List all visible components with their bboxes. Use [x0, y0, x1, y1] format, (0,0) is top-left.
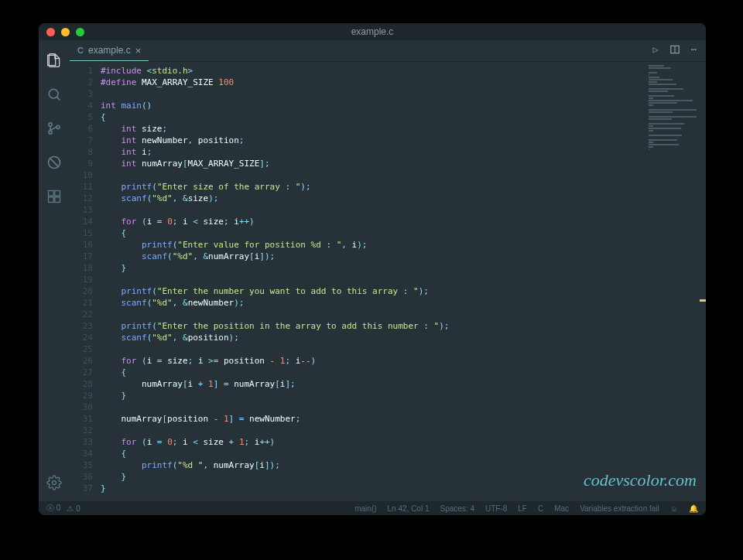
window-title: example.c	[351, 26, 394, 37]
editor-group: C example.c × ▷ ⋯ 1234567891011121314151…	[70, 40, 706, 501]
workbench: C example.c × ▷ ⋯ 1234567891011121314151…	[39, 40, 706, 501]
errors-count[interactable]: ⓧ 0	[46, 503, 60, 514]
tab-example-c[interactable]: C example.c ×	[70, 40, 149, 61]
watermark: codevscolor.com	[584, 470, 697, 490]
zoom-window-button[interactable]	[76, 28, 84, 36]
svg-point-4	[49, 131, 52, 134]
editor-actions: ▷ ⋯	[653, 44, 706, 57]
more-actions-icon[interactable]: ⋯	[691, 44, 697, 57]
minimap[interactable]	[645, 62, 700, 501]
svg-rect-9	[49, 197, 54, 203]
run-icon[interactable]: ▷	[653, 44, 659, 57]
svg-point-5	[56, 125, 60, 128]
line-number-gutter: 1234567891011121314151617181920212223242…	[70, 62, 101, 501]
svg-rect-8	[49, 191, 54, 196]
code-content[interactable]: #include <stdio.h>#define MAX_ARRAY_SIZE…	[101, 62, 645, 501]
activity-bar	[39, 40, 70, 501]
svg-line-7	[50, 158, 59, 167]
status-os[interactable]: Mac	[554, 504, 569, 513]
tab-bar: C example.c × ▷ ⋯	[70, 40, 706, 62]
status-bar: ⓧ 0 ⚠ 0 main() Ln 42, Col 1 Spaces: 4 UT…	[39, 501, 706, 515]
svg-point-12	[53, 481, 56, 485]
close-window-button[interactable]	[46, 28, 55, 36]
titlebar: example.c	[39, 23, 706, 40]
status-cursor-position[interactable]: Ln 42, Col 1	[388, 504, 430, 513]
extensions-icon[interactable]	[45, 187, 63, 206]
svg-point-1	[49, 89, 58, 98]
search-icon[interactable]	[45, 85, 63, 104]
status-language[interactable]: C	[538, 504, 543, 513]
status-eol[interactable]: LF	[518, 504, 527, 513]
debug-icon[interactable]	[45, 153, 63, 172]
svg-point-3	[49, 123, 52, 126]
editor-window: example.c	[39, 23, 706, 515]
source-control-icon[interactable]	[45, 119, 63, 138]
window-controls	[46, 28, 84, 36]
feedback-icon[interactable]: ☺	[670, 504, 678, 513]
minimize-window-button[interactable]	[61, 28, 70, 36]
overview-ruler[interactable]	[700, 62, 706, 501]
tab-label: example.c	[88, 45, 131, 56]
svg-rect-11	[55, 191, 60, 196]
status-indentation[interactable]: Spaces: 4	[440, 504, 474, 513]
settings-gear-icon[interactable]	[45, 473, 63, 492]
svg-line-2	[56, 97, 60, 100]
split-editor-icon[interactable]	[669, 44, 680, 57]
warnings-count[interactable]: ⚠ 0	[67, 504, 80, 513]
status-scope[interactable]: main()	[354, 504, 376, 513]
notifications-icon[interactable]: 🔔	[689, 504, 698, 513]
svg-rect-10	[55, 197, 60, 203]
c-file-icon: C	[77, 46, 84, 55]
code-editor[interactable]: 1234567891011121314151617181920212223242…	[70, 62, 706, 501]
status-message[interactable]: Variables extraction fail	[580, 504, 659, 513]
status-encoding[interactable]: UTF-8	[485, 504, 507, 513]
close-tab-icon[interactable]: ×	[135, 45, 142, 56]
explorer-icon[interactable]	[45, 51, 63, 70]
